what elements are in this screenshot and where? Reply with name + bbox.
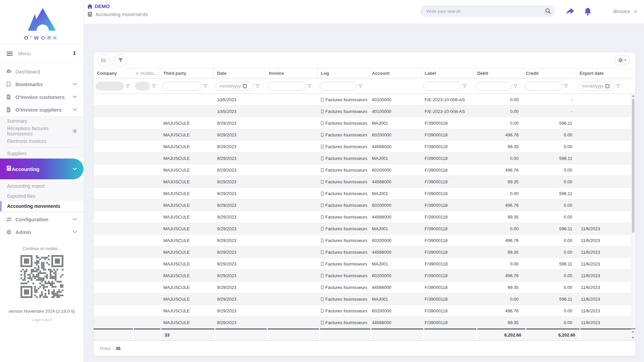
sidebar: O'WORK Menu Dashboard Bookmarks O'Invoic… bbox=[0, 0, 84, 362]
table-row[interactable]: MAJUSCULE 9/29/2023 Factures fournisseur… bbox=[94, 293, 632, 305]
column-header-account[interactable]: Account bbox=[369, 68, 421, 78]
table-row[interactable]: MAJUSCULE 9/29/2023 Factures fournisseur… bbox=[94, 153, 632, 164]
column-header-export-date[interactable]: Export date bbox=[576, 68, 632, 78]
sidebar-item-bookmarks[interactable]: Bookmarks bbox=[0, 78, 84, 90]
pin-sidebar-icon[interactable] bbox=[72, 51, 77, 56]
funnel-icon[interactable] bbox=[255, 84, 260, 88]
scroll-down-arrow-icon[interactable] bbox=[632, 337, 634, 339]
table-body: 10/5/2023 Factures fournisseurs 40100000… bbox=[94, 94, 635, 328]
cell-account: 44566000 bbox=[369, 144, 421, 149]
table-settings-button[interactable] bbox=[614, 55, 630, 65]
cell-credit: 596.11 bbox=[523, 156, 576, 161]
log-filter-input[interactable] bbox=[320, 82, 357, 90]
search-icon[interactable] bbox=[545, 8, 551, 14]
legal-notice-link[interactable]: Legal notice bbox=[0, 318, 84, 322]
sidebar-item-suppliers[interactable]: Suppliers bbox=[0, 148, 84, 159]
funnel-icon[interactable] bbox=[616, 84, 621, 88]
sidebar-item-summary[interactable]: Summary bbox=[0, 116, 84, 126]
table-row[interactable]: MAJUSCULE 9/29/2023 Factures fournisseur… bbox=[94, 176, 632, 188]
sidebar-item-oinvoice-customers[interactable]: O'Invoice customers bbox=[0, 90, 84, 103]
table-row[interactable]: MAJUSCULE 9/29/2023 Factures fournisseur… bbox=[94, 188, 632, 199]
table-row[interactable]: MAJUSCULE 9/29/2023 Factures fournisseur… bbox=[94, 235, 632, 246]
notifications-bell-icon[interactable] bbox=[584, 7, 592, 16]
scrollbar-thumb[interactable] bbox=[632, 99, 635, 233]
cell-debit: 496.76 bbox=[474, 308, 523, 313]
funnel-icon[interactable] bbox=[307, 84, 312, 88]
sidebar-item-configuration[interactable]: Configuration bbox=[0, 213, 84, 226]
column-header-date[interactable]: Date bbox=[214, 68, 266, 78]
sidebar-item-accounting[interactable]: Accounting bbox=[0, 159, 84, 179]
table-row[interactable]: 10/5/2023 Factures fournisseurs 40100000… bbox=[94, 94, 632, 106]
table-row[interactable]: MAJUSCULE 9/29/2023 Factures fournisseur… bbox=[94, 141, 632, 153]
brand-logo: O'WORK bbox=[0, 0, 84, 44]
table-row[interactable]: MAJUSCULE 9/29/2023 Factures fournisseur… bbox=[94, 282, 632, 293]
funnel-icon[interactable] bbox=[358, 84, 363, 88]
date-filter-input[interactable]: mm/dd/yyyy bbox=[216, 82, 254, 90]
vertical-scrollbar[interactable] bbox=[631, 94, 635, 328]
debit-filter-input[interactable] bbox=[476, 82, 512, 90]
columns-icon bbox=[101, 58, 107, 63]
column-chooser-button[interactable] bbox=[97, 54, 110, 67]
hamburger-icon bbox=[7, 51, 13, 56]
funnel-icon[interactable] bbox=[564, 84, 568, 88]
table-row[interactable]: MAJUSCULE 9/29/2023 Factures fournisseur… bbox=[94, 305, 632, 317]
filter-button[interactable] bbox=[114, 54, 127, 67]
table-row[interactable]: MAJUSCULE 9/29/2023 Factures fournisseur… bbox=[94, 270, 632, 282]
column-header-third-party[interactable]: Third party bbox=[160, 68, 214, 78]
table-row[interactable]: MAJUSCULE 9/29/2023 Factures fournisseur… bbox=[94, 164, 632, 176]
cell-third-party: MAJUSCULE bbox=[160, 168, 214, 173]
funnel-icon[interactable] bbox=[203, 84, 208, 88]
column-header-label[interactable]: Label bbox=[421, 68, 474, 78]
table-row[interactable]: MAJUSCULE 9/29/2023 Factures fournisseur… bbox=[94, 246, 632, 258]
user-menu[interactable]: dinvoice bbox=[613, 9, 637, 14]
table-row[interactable]: MAJUSCULE 9/29/2023 Factures fournisseur… bbox=[94, 258, 632, 270]
breadcrumb-home[interactable]: DEMO bbox=[87, 3, 148, 9]
chevron-down-icon bbox=[73, 96, 77, 98]
funnel-icon[interactable] bbox=[152, 84, 156, 88]
table-row[interactable]: MAJUSCULE 9/29/2023 Factures fournisseur… bbox=[94, 129, 632, 141]
sidebar-item-accounting-movements[interactable]: Accounting movements bbox=[0, 201, 84, 211]
column-header-log[interactable]: Log bbox=[318, 68, 369, 78]
invoice-filter-input[interactable] bbox=[268, 82, 306, 90]
sidebar-item-admin[interactable]: Admin bbox=[0, 226, 84, 238]
sidebar-item-receptions[interactable]: Réceptions factures fournisseurs 0 bbox=[0, 126, 84, 136]
label-filter-input[interactable] bbox=[423, 82, 461, 90]
sidebar-item-dashboard[interactable]: Dashboard bbox=[0, 65, 84, 78]
export-date-filter-input[interactable]: mm/dd/yyyy bbox=[578, 82, 614, 90]
funnel-icon[interactable] bbox=[125, 84, 130, 88]
totals-mini-scrollbar[interactable] bbox=[631, 329, 635, 340]
search-bar[interactable] bbox=[420, 5, 555, 17]
cell-log: Factures fournisseurs bbox=[318, 97, 369, 102]
credit-filter-input[interactable] bbox=[525, 82, 562, 90]
column-header-company[interactable]: Company bbox=[94, 68, 133, 78]
funnel-icon[interactable] bbox=[463, 84, 467, 88]
missing-glyph-icon bbox=[321, 321, 323, 324]
menu-toggle[interactable]: Menu bbox=[0, 44, 84, 63]
cell-debit: 496.76 bbox=[474, 273, 523, 278]
column-header-institution[interactable]: Institu... bbox=[133, 68, 160, 78]
scroll-up-arrow-icon[interactable] bbox=[632, 95, 635, 97]
cell-account: MAJ001 bbox=[369, 261, 421, 266]
funnel-icon[interactable] bbox=[513, 84, 518, 88]
table-row[interactable]: 10/5/2023 Factures fournisseurs 40100000… bbox=[94, 106, 632, 117]
sidebar-item-exported-files[interactable]: Exported files bbox=[0, 191, 84, 201]
table-row[interactable]: MAJUSCULE 9/29/2023 Factures fournisseur… bbox=[94, 211, 632, 223]
third-party-filter-input[interactable] bbox=[162, 82, 202, 90]
sidebar-item-electronic-invoices[interactable]: Electronic Invoices bbox=[0, 136, 84, 146]
cell-third-party: MAJUSCULE bbox=[160, 320, 214, 325]
column-header-credit[interactable]: Credit bbox=[523, 68, 576, 78]
caret-down-icon bbox=[634, 10, 637, 13]
scroll-up-arrow-icon[interactable] bbox=[632, 330, 634, 333]
share-icon[interactable] bbox=[566, 7, 575, 15]
search-input[interactable] bbox=[426, 9, 545, 14]
column-header-invoice[interactable]: Invoice bbox=[266, 68, 318, 78]
table-row[interactable]: MAJUSCULE 9/29/2023 Factures fournisseur… bbox=[94, 317, 632, 328]
table-row[interactable]: MAJUSCULE 9/29/2023 Factures fournisseur… bbox=[94, 117, 632, 129]
column-header-debit[interactable]: Debit bbox=[474, 68, 523, 78]
table-row[interactable]: MAJUSCULE 9/29/2023 Factures fournisseur… bbox=[94, 223, 632, 235]
sidebar-item-oinvoice-suppliers[interactable]: O'Invoice suppliers bbox=[0, 103, 84, 116]
table-row[interactable]: MAJUSCULE 9/29/2023 Factures fournisseur… bbox=[94, 199, 632, 211]
sidebar-item-accounting-export[interactable]: Accounting export bbox=[0, 181, 84, 191]
cell-account: 44566000 bbox=[369, 320, 421, 325]
expand-column-icon[interactable] bbox=[137, 72, 139, 75]
